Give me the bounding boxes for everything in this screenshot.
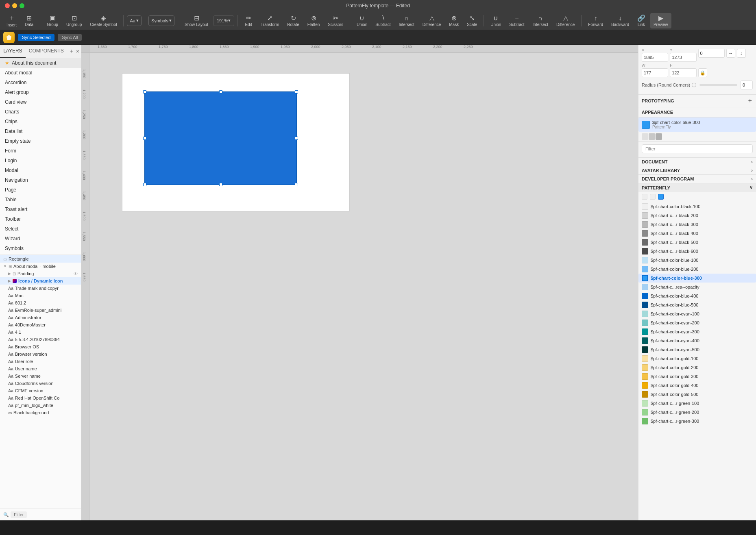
color-black-500[interactable]: $pf-chart-c...r-black-500 [638, 238, 756, 247]
page-charts[interactable]: Charts [0, 107, 81, 117]
handle-bottom-left[interactable] [143, 183, 146, 186]
color-cyan-300[interactable]: $pf-chart-color-cyan-300 [638, 327, 756, 336]
pf-icon-1[interactable] [642, 194, 647, 200]
page-modal[interactable]: Modal [0, 165, 81, 175]
flip-v-btn[interactable]: ↕ [737, 49, 746, 58]
swatch-mini-1[interactable] [642, 133, 648, 140]
color-cyan-100[interactable]: $pf-chart-color-cyan-100 [638, 309, 756, 318]
difference-button[interactable]: △ Difference [419, 13, 444, 28]
layer-601[interactable]: Aa 601.2 [0, 299, 81, 307]
handle-middle-right[interactable] [295, 137, 298, 140]
color-gold-100[interactable]: $pf-chart-color-gold-100 [638, 354, 756, 363]
minimize-dot[interactable] [12, 3, 17, 8]
handle-middle-left[interactable] [143, 137, 146, 140]
insert-button[interactable]: ＋ Insert [3, 13, 20, 28]
union-button[interactable]: ∪ Union [353, 13, 370, 28]
color-blue-100[interactable]: $pf-chart-color-blue-100 [638, 256, 756, 265]
color-green-200[interactable]: $pf-chart-c...r-green-200 [638, 408, 756, 417]
subtract-button[interactable]: ∖ Subtract [372, 13, 394, 28]
group-button[interactable]: ▣ Group [44, 13, 61, 28]
scissors-button[interactable]: ✂ Scissors [325, 13, 346, 28]
x-input[interactable]: 1895 [642, 53, 668, 62]
color-gold-300[interactable]: $pf-chart-color-gold-300 [638, 372, 756, 381]
color-blue-opacity[interactable]: $pf-chart-c...rea--opacity [638, 283, 756, 291]
mask-button[interactable]: ⊗ Mask [446, 13, 462, 28]
color-black-200[interactable]: $pf-chart-c...r-black-200 [638, 211, 756, 220]
patternfly-toggle[interactable]: PATTERNFLY ∨ [638, 183, 756, 192]
close-dot[interactable] [5, 3, 10, 8]
page-toast-alert[interactable]: Toast alert [0, 204, 81, 214]
layer-rectangle[interactable]: ▭ Rectangle [0, 255, 81, 263]
selected-color-item[interactable]: $pf-chart-color-blue-300 PatternFly [638, 117, 756, 132]
tab-components[interactable]: COMPONENTS [26, 45, 67, 58]
swatch-mini-2[interactable] [649, 133, 655, 140]
filter-badge[interactable]: Filter [11, 511, 27, 518]
page-accordion[interactable]: Accordion [0, 78, 81, 87]
union2-button[interactable]: ∪ Union [487, 13, 504, 28]
backward-button[interactable]: ↓ Backward [608, 13, 632, 28]
layer-server-name[interactable]: Aa Server name [0, 372, 81, 380]
layer-version[interactable]: Aa 5.5.3.4.201027890364 [0, 336, 81, 343]
handle-top-right[interactable] [295, 90, 298, 94]
layer-black-background[interactable]: ▭ Black background [0, 409, 81, 416]
filter-input[interactable] [642, 144, 753, 153]
pf-icon-3[interactable] [658, 194, 664, 200]
layer-administrator[interactable]: Aa Administrator [0, 314, 81, 321]
maximize-dot[interactable] [20, 3, 24, 8]
blue-rectangle[interactable] [144, 91, 297, 185]
canvas-content[interactable] [89, 53, 638, 520]
page-card-view[interactable]: Card view [0, 97, 81, 107]
color-cyan-400[interactable]: $pf-chart-color-cyan-400 [638, 336, 756, 345]
layer-user-name[interactable]: Aa User name [0, 365, 81, 372]
link-button[interactable]: 🔗 Link [634, 13, 649, 28]
layer-redhat[interactable]: Aa Red Hat OpenShift Co [0, 394, 81, 402]
show-layout-button[interactable]: ⊟ Show Layout [181, 13, 211, 28]
color-cyan-200[interactable]: $pf-chart-color-cyan-200 [638, 318, 756, 327]
ungroup-button[interactable]: ⊡ Ungroup [63, 13, 85, 28]
page-toolbar[interactable]: Toolbar [0, 214, 81, 224]
flip-h-btn[interactable]: ↔ [726, 49, 735, 58]
layer-pf-logo[interactable]: Aa pf_mini_logo_white [0, 402, 81, 409]
difference2-button[interactable]: △ Difference [553, 13, 578, 28]
sync-all-button[interactable]: Sync All [58, 34, 82, 41]
handle-top-center[interactable] [219, 90, 222, 94]
document-section-toggle[interactable]: DOCUMENT › [638, 158, 756, 166]
page-empty-state[interactable]: Empty state [0, 136, 81, 146]
layer-user-role[interactable]: Aa User role [0, 358, 81, 365]
page-wizard[interactable]: Wizard [0, 234, 81, 244]
scale-button[interactable]: ⤡ Scale [464, 13, 480, 28]
zoom-display[interactable]: 191% ▾ [213, 15, 234, 26]
intersect2-button[interactable]: ∩ Intersect [529, 13, 551, 28]
color-green-100[interactable]: $pf-chart-c...r-green-100 [638, 399, 756, 408]
expand-about-modal-icon[interactable]: ▼ [3, 264, 7, 268]
color-blue-300[interactable]: $pf-chart-color-blue-300 [638, 274, 756, 283]
color-green-300[interactable]: $pf-chart-c...r-green-300 [638, 417, 756, 426]
sync-selected-button[interactable]: Sync Selected [18, 34, 54, 41]
color-gold-400[interactable]: $pf-chart-color-gold-400 [638, 381, 756, 390]
collapse-layers-icon[interactable]: × [76, 48, 79, 54]
color-cyan-500[interactable]: $pf-chart-color-cyan-500 [638, 345, 756, 354]
rotate-button[interactable]: ↻ Rotate [284, 13, 302, 28]
page-page[interactable]: Page [0, 185, 81, 195]
prototyping-add-icon[interactable]: ＋ [747, 97, 753, 104]
layer-evmrole[interactable]: Aa EvmRole-super_admini [0, 307, 81, 314]
handle-bottom-right[interactable] [295, 183, 298, 186]
layer-dynamic-icon[interactable]: ▶ Icons / Dynamic Icon [0, 277, 81, 285]
padding-expand-icon[interactable]: ▶ [8, 272, 11, 276]
page-select[interactable]: Select [0, 224, 81, 234]
radius-input[interactable]: 0 [741, 80, 753, 89]
page-about-modal[interactable]: About modal [0, 68, 81, 78]
flatten-button[interactable]: ⊚ Flatten [304, 13, 323, 28]
layer-browser-os[interactable]: Aa Browser OS [0, 343, 81, 350]
tab-layers[interactable]: LAYERS [0, 45, 26, 58]
add-layer-icon[interactable]: ＋ [69, 48, 74, 55]
forward-button[interactable]: ↑ Forward [585, 13, 606, 28]
color-black-600[interactable]: $pf-chart-c...r-black-600 [638, 247, 756, 256]
create-symbol-button[interactable]: ◈ Create Symbol [87, 13, 120, 28]
layer-about-modal[interactable]: ▼ ⊞ About modal - mobile [0, 263, 81, 270]
h-input[interactable]: 122 [670, 68, 696, 77]
intersect-button[interactable]: ∩ Intersect [396, 13, 418, 28]
swatch-mini-3[interactable] [656, 133, 662, 140]
page-login[interactable]: Login [0, 156, 81, 165]
canvas-area[interactable]: 1,650 1,700 1,750 1,800 1,850 1,900 1,95… [81, 45, 638, 520]
